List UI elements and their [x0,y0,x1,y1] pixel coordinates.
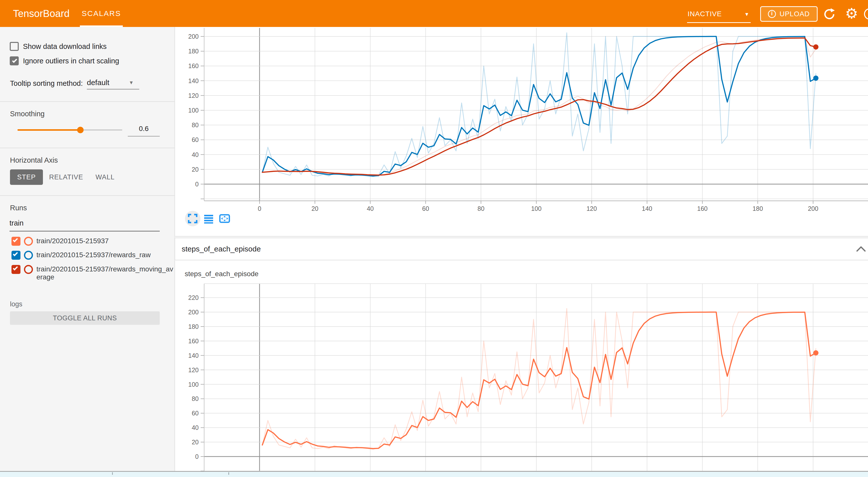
svg-text:200: 200 [188,309,199,316]
info-icon [768,10,776,18]
svg-text:60: 60 [192,410,199,417]
check-icon [13,251,18,256]
status-value: INACTIVE [688,10,722,18]
scrollbar-tick [112,472,113,475]
svg-text:20: 20 [311,205,318,212]
svg-text:180: 180 [188,47,199,55]
toggle-all-runs-button[interactable]: TOGGLE ALL RUNS [10,311,160,325]
svg-text:140: 140 [188,77,199,84]
smoothing-slider-thumb[interactable] [77,127,84,133]
dropdown-caret-icon: ▼ [744,11,749,17]
show-download-links-label: Show data download links [23,42,106,51]
steps-chart[interactable]: 020406080100120140160180200220 [175,279,868,472]
tab-active-underline [80,26,123,27]
tooltip-sorting-label: Tooltip sorting method: [10,80,83,88]
app-title[interactable]: TensorBoard [13,0,70,27]
horizontal-axis-label: Horizontal Axis [10,156,58,164]
run-color-swatch [24,237,33,246]
run-checkbox-rewards-moving-average[interactable] [11,265,21,274]
svg-text:140: 140 [188,352,199,359]
expand-icon[interactable] [187,213,198,224]
upload-button[interactable]: UPLOAD [760,6,817,22]
svg-text:100: 100 [188,107,199,114]
divider [0,101,175,102]
svg-text:120: 120 [188,367,199,374]
divider [0,148,175,148]
smoothing-value-underline [128,136,160,136]
svg-text:20: 20 [192,166,199,173]
runs-label: Runs [10,204,27,212]
svg-text:60: 60 [192,136,199,143]
svg-text:60: 60 [422,205,429,212]
ignore-outliers-checkbox[interactable] [10,56,19,65]
settings-sidebar: Show data download links Ignore outliers… [0,27,175,471]
run-color-swatch [24,251,33,260]
ignore-outliers-label: Ignore outliers in chart scaling [23,56,119,65]
status-underline [687,22,751,23]
svg-text:40: 40 [192,151,199,158]
axis-wall-button[interactable]: WALL [89,169,121,185]
svg-text:40: 40 [192,424,199,431]
divider [0,195,175,196]
svg-text:20: 20 [192,439,199,446]
scrollbar-tick [228,472,229,475]
select-underline [87,89,139,90]
svg-text:80: 80 [477,205,485,212]
fit-domain-icon[interactable] [219,213,230,224]
axis-relative-button[interactable]: RELATIVE [48,169,85,185]
smoothing-slider-fill [18,129,80,131]
svg-text:160: 160 [188,338,199,345]
check-icon [12,58,17,63]
svg-text:140: 140 [642,205,652,212]
check-icon [13,265,18,271]
status-dropdown[interactable]: INACTIVE ▼ [687,8,751,23]
svg-text:180: 180 [188,323,199,330]
svg-text:100: 100 [188,381,199,388]
svg-text:0: 0 [195,453,199,460]
run-checkbox-rewards-raw[interactable] [11,251,21,260]
horizontal-scrollbar[interactable] [0,472,868,477]
svg-text:80: 80 [192,122,199,128]
svg-text:40: 40 [367,205,374,212]
run-checkbox-train[interactable] [11,237,21,246]
help-icon[interactable] [864,8,868,20]
svg-text:180: 180 [752,205,763,212]
check-icon [13,237,18,243]
steps-chart-title: steps_of_each_episode [185,270,258,278]
chevron-up-icon[interactable] [856,245,867,253]
svg-text:0: 0 [195,181,199,188]
svg-text:200: 200 [808,205,818,212]
full-width-icon[interactable] [203,213,214,224]
run-label: train/20201015-215937 [36,237,173,245]
smoothing-label: Smoothing [10,110,45,118]
svg-text:160: 160 [188,62,199,69]
run-label: train/20201015-215937/rewards_raw [36,251,173,259]
app-header: TensorBoard SCALARS INACTIVE ▼ UPLOAD ⚙ [0,0,868,27]
svg-text:100: 100 [531,205,541,212]
upload-button-label: UPLOAD [779,10,810,18]
runs-filter-underline [9,231,160,231]
settings-icon[interactable]: ⚙ [845,6,859,21]
smoothing-value-input[interactable] [128,125,160,133]
run-label: train/20201015-215937/rewards_moving_ave… [36,265,173,281]
axis-step-button[interactable]: STEP [10,169,43,185]
logs-label: logs [10,300,23,308]
show-download-links-checkbox[interactable] [10,42,19,51]
rewards-chart[interactable]: 0204060801001201401601802000204060801001… [175,27,868,212]
svg-text:80: 80 [192,395,199,402]
dropdown-caret-icon[interactable]: ▼ [129,80,134,86]
run-color-swatch [24,265,33,274]
runs-filter-input[interactable] [9,219,159,227]
svg-text:200: 200 [188,33,199,40]
svg-text:120: 120 [587,205,597,212]
tooltip-sorting-select[interactable]: default [87,78,109,87]
svg-text:160: 160 [697,205,708,212]
section-header-steps[interactable] [175,238,868,260]
svg-text:120: 120 [188,92,199,99]
section-title: steps_of_each_episode [182,238,261,260]
tab-scalars[interactable]: SCALARS [80,0,123,27]
refresh-icon[interactable] [823,8,835,20]
svg-text:220: 220 [188,294,199,301]
svg-text:0: 0 [258,205,261,212]
